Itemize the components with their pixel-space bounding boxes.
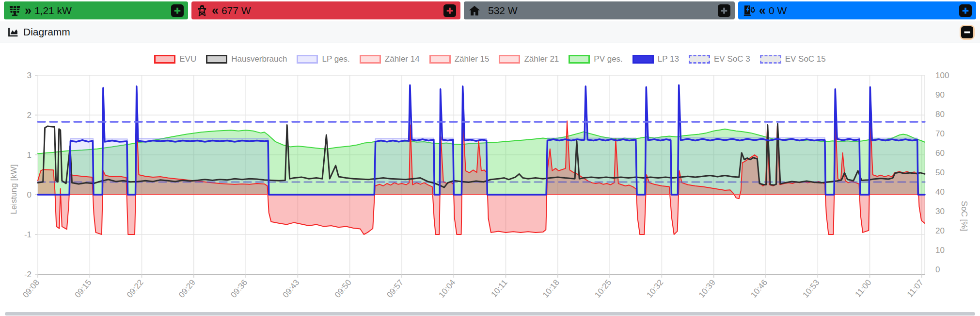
tile-chargepoint-power[interactable]: « 0 W	[738, 1, 976, 19]
flow-left-chevrons: «	[759, 3, 765, 17]
x-axis-tick: 09:22	[125, 278, 145, 299]
horizontal-scrollbar[interactable]	[5, 312, 975, 316]
status-tile-bar: » 1,21 kW « 677 W 532 W	[4, 1, 976, 19]
x-axis-tick: 09:50	[333, 278, 353, 299]
right-axis-tick: 60	[935, 149, 945, 158]
right-axis-tick: 0	[935, 265, 940, 274]
right-axis-tick: 20	[935, 226, 945, 235]
expand-grid-button[interactable]	[443, 4, 456, 17]
right-axis-tick: 50	[935, 168, 945, 177]
left-axis-tick: -2	[24, 270, 32, 279]
diagram-section-header[interactable]: Diagramm	[0, 21, 980, 43]
x-axis-tick: 11:07	[905, 278, 925, 299]
right-axis-tick: 90	[935, 90, 945, 100]
x-axis-tick: 09:15	[73, 278, 93, 299]
right-axis-tick: 70	[935, 129, 945, 138]
x-axis-tick: 09:57	[385, 278, 405, 299]
x-axis-tick: 10:32	[645, 278, 665, 299]
x-axis-tick: 10:46	[749, 278, 769, 299]
area-chart-icon	[7, 26, 19, 38]
tile-pv-power[interactable]: » 1,21 kW	[4, 1, 188, 19]
right-axis-tick: 30	[935, 207, 945, 216]
tile-house-power[interactable]: 532 W	[464, 1, 735, 19]
expand-chargepoint-button[interactable]	[959, 4, 972, 17]
right-axis-tick: 80	[935, 110, 945, 119]
power-diagram: EVUHausverbrauchLP ges.Zähler 14Zähler 1…	[0, 44, 980, 316]
x-axis-tick: 10:25	[593, 278, 613, 299]
chargepoint-power-value: 0 W	[769, 5, 787, 17]
right-axis-tick: 10	[935, 246, 945, 255]
x-axis-tick: 10:39	[697, 278, 717, 299]
left-axis-tick: 3	[27, 71, 32, 80]
x-axis-tick: 09:36	[229, 278, 249, 299]
x-axis-tick: 10:18	[541, 278, 561, 299]
x-axis-tick: 10:11	[490, 278, 509, 299]
solar-panel-icon	[8, 4, 21, 17]
x-axis-tick: 10:53	[801, 278, 821, 299]
grid-power-value: 677 W	[221, 5, 251, 17]
right-axis-tick: 100	[935, 71, 949, 80]
house-icon	[468, 4, 481, 17]
left-axis-tick: -1	[24, 230, 32, 239]
x-axis-tick: 09:43	[281, 278, 301, 299]
tile-grid-power[interactable]: « 677 W	[191, 1, 460, 19]
right-axis-title: SoC [%]	[958, 175, 969, 257]
x-axis-tick: 11:00	[854, 278, 873, 299]
right-axis-tick: 40	[935, 187, 945, 197]
chart-canvas: 3210-1-209:0809:1509:2209:2909:3609:4309…	[0, 44, 980, 316]
x-axis-tick: 09:29	[177, 278, 197, 299]
house-power-value: 532 W	[488, 5, 518, 17]
collapse-diagram-button[interactable]	[961, 26, 973, 38]
charge-station-icon	[743, 4, 756, 17]
left-axis-title: Leistung [kW]	[9, 148, 20, 231]
left-axis-tick: 0	[27, 190, 32, 200]
left-axis-tick: 2	[27, 111, 32, 120]
flow-right-chevrons: »	[25, 3, 31, 17]
x-axis-tick: 10:04	[437, 278, 457, 299]
power-tower-icon	[196, 4, 208, 17]
pv-power-value: 1,21 kW	[34, 5, 72, 17]
expand-house-button[interactable]	[718, 4, 730, 17]
section-title: Diagramm	[23, 26, 70, 38]
flow-left-chevrons: «	[212, 3, 218, 17]
x-axis-tick: 09:08	[21, 278, 41, 299]
left-axis-tick: 1	[27, 150, 32, 160]
expand-pv-button[interactable]	[171, 4, 184, 17]
